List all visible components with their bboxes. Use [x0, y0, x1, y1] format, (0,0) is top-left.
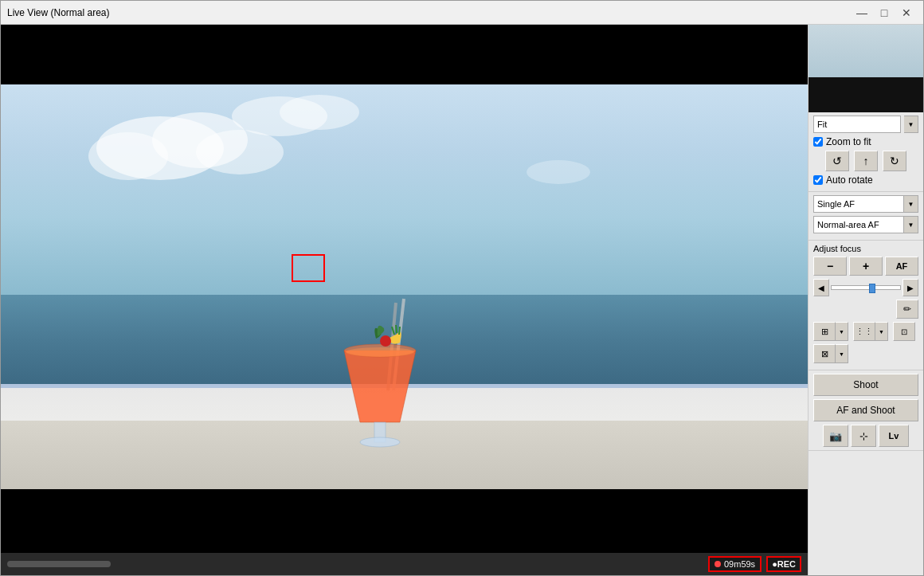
- rotate-left-btn[interactable]: ↺: [825, 151, 849, 171]
- preview-thumbnail: [808, 25, 923, 112]
- grid-btn-1[interactable]: ⊞: [813, 322, 836, 341]
- sky-background: [1, 84, 808, 307]
- grid-btn-group-2: ⋮⋮ ▼: [853, 322, 888, 341]
- focus-minus-btn[interactable]: −: [813, 257, 847, 276]
- normal-area-af-dropdown[interactable]: Normal-area AF: [813, 216, 904, 233]
- focus-box: [292, 254, 325, 282]
- rec-badge: ●REC: [766, 556, 801, 572]
- cloud-svg: [1, 84, 808, 307]
- right-panel: Fit ▼ Zoom to fit ↺ ↑ ↻ Auto rotate: [808, 25, 923, 575]
- single-af-arrow[interactable]: ▼: [904, 195, 918, 213]
- auto-rotate-label: Auto rotate: [826, 174, 873, 186]
- lv-button[interactable]: Lv: [879, 425, 909, 447]
- normal-area-af-row: Normal-area AF ▼: [813, 216, 918, 233]
- timer-value: 09m59s: [724, 559, 755, 569]
- shoot-section: Shoot AF and Shoot 📷 ⊹ Lv: [808, 370, 923, 451]
- focus-slider-track[interactable]: [831, 285, 901, 290]
- camera-icon-btn[interactable]: 📷: [823, 425, 848, 447]
- camera-live-image[interactable]: [1, 84, 808, 489]
- grid-btn-2[interactable]: ⋮⋮: [853, 322, 875, 341]
- camera-letterbox-bottom: [1, 489, 808, 553]
- crosshair-icon-btn[interactable]: ⊹: [851, 425, 876, 447]
- focus-left-arrow[interactable]: ◀: [813, 279, 829, 296]
- single-af-label: Single AF: [817, 199, 855, 209]
- content-area: 09m59s ●REC Fit: [1, 25, 923, 575]
- rotate-refresh-btn[interactable]: ↻: [883, 151, 906, 171]
- fit-dropdown[interactable]: Fit: [813, 116, 901, 133]
- zoom-to-fit-label: Zoom to fit: [826, 136, 871, 147]
- minimize-button[interactable]: —: [852, 5, 872, 21]
- level-btn[interactable]: ⊡: [893, 322, 915, 341]
- zoom-dd-btn[interactable]: ▼: [836, 344, 848, 363]
- normal-area-af-arrow[interactable]: ▼: [904, 216, 918, 233]
- adjust-focus-label: Adjust focus: [813, 244, 918, 253]
- zoom-to-fit-checkbox[interactable]: [813, 137, 823, 147]
- svg-line-15: [399, 327, 400, 335]
- auto-rotate-checkbox[interactable]: [813, 175, 823, 185]
- fit-section: Fit ▼ Zoom to fit ↺ ↑ ↻ Auto rotate: [808, 112, 923, 192]
- eyedropper-row: ✏: [813, 300, 918, 319]
- fit-dropdown-arrow[interactable]: ▼: [904, 116, 918, 133]
- single-af-row: Single AF ▼: [813, 195, 918, 213]
- adjust-focus-section: Adjust focus − + AF ◀ ▶ ✏: [808, 241, 923, 370]
- svg-point-12: [360, 437, 400, 447]
- svg-point-16: [380, 335, 391, 347]
- maximize-button[interactable]: □: [874, 5, 895, 21]
- rec-dot: [715, 561, 721, 567]
- status-slider[interactable]: [7, 561, 111, 567]
- svg-line-14: [396, 325, 397, 333]
- zoom-btn[interactable]: ⊠: [813, 344, 836, 363]
- grid-btn-row: ⊞ ▼ ⋮⋮ ▼ ⊡: [813, 322, 918, 341]
- zoom-to-fit-row: Zoom to fit: [813, 136, 918, 147]
- single-af-dropdown[interactable]: Single AF: [813, 195, 904, 213]
- grid-dd-btn-2[interactable]: ▼: [875, 322, 888, 341]
- cocktail-glass: [328, 287, 432, 456]
- rotate-btn-row: ↺ ↑ ↻: [813, 151, 918, 171]
- focus-slider-row: ◀ ▶: [813, 279, 918, 296]
- status-bar: 09m59s ●REC: [1, 553, 808, 575]
- camera-view: 09m59s ●REC: [1, 25, 808, 575]
- bottom-icon-row: 📷 ⊹ Lv: [813, 425, 918, 447]
- svg-point-5: [280, 95, 359, 130]
- af-section: Single AF ▼ Normal-area AF ▼: [808, 192, 923, 241]
- camera-letterbox-top: [1, 25, 808, 84]
- zoom-row: ⊠ ▼: [813, 344, 918, 363]
- status-left: [7, 561, 111, 567]
- focus-plus-btn[interactable]: +: [849, 257, 883, 276]
- shoot-button[interactable]: Shoot: [813, 374, 918, 396]
- fit-row: Fit ▼: [813, 116, 918, 133]
- window-title: Live View (Normal area): [7, 7, 110, 18]
- status-right: 09m59s ●REC: [708, 556, 801, 572]
- svg-point-10: [346, 347, 414, 357]
- svg-point-3: [196, 130, 284, 174]
- af-button[interactable]: AF: [885, 257, 918, 276]
- rotate-up-btn[interactable]: ↑: [854, 151, 878, 171]
- eyedropper-btn[interactable]: ✏: [896, 300, 918, 319]
- normal-area-af-label: Normal-area AF: [817, 220, 879, 229]
- focus-controls-row: − + AF: [813, 257, 918, 276]
- focus-right-arrow[interactable]: ▶: [902, 279, 918, 296]
- grid-dd-btn-1[interactable]: ▼: [836, 322, 848, 341]
- timer-display: 09m59s: [708, 556, 762, 572]
- title-bar: Live View (Normal area) — □ ✕: [1, 1, 923, 25]
- svg-point-6: [527, 160, 590, 184]
- focus-slider-thumb[interactable]: [869, 284, 875, 293]
- close-button[interactable]: ✕: [896, 5, 917, 21]
- svg-point-2: [88, 132, 168, 180]
- title-bar-buttons: — □ ✕: [852, 5, 917, 21]
- cocktail-svg: [328, 287, 432, 454]
- grid-btn-group-1: ⊞ ▼: [813, 322, 848, 341]
- af-and-shoot-button[interactable]: AF and Shoot: [813, 399, 918, 421]
- auto-rotate-row: Auto rotate: [813, 174, 918, 186]
- fit-label: Fit: [817, 120, 827, 129]
- main-window: Live View (Normal area) — □ ✕: [0, 0, 924, 576]
